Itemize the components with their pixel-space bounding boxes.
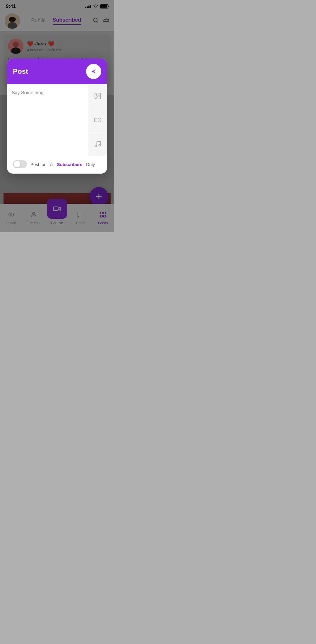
music-upload-button[interactable]: [88, 132, 107, 156]
modal-body: [7, 84, 107, 156]
svg-point-12: [95, 145, 97, 147]
media-buttons: [88, 84, 107, 156]
image-upload-button[interactable]: [88, 84, 107, 108]
star-icon: ☆: [49, 161, 54, 167]
svg-rect-11: [95, 118, 99, 122]
modal-footer: Post for ☆ Subscribers Only: [7, 156, 107, 174]
subscribers-toggle[interactable]: [13, 160, 27, 168]
post-for-label: Post for: [30, 162, 46, 167]
send-button[interactable]: [86, 64, 101, 79]
post-input[interactable]: [12, 90, 84, 149]
video-upload-button[interactable]: [88, 108, 107, 132]
post-modal: Post: [7, 59, 107, 174]
subscribers-label: Subscribers: [57, 162, 83, 167]
only-label: Only: [86, 162, 95, 167]
toggle-knob: [14, 161, 20, 167]
modal-header: Post: [7, 59, 107, 84]
textarea-wrap: [7, 84, 88, 156]
svg-point-10: [96, 95, 97, 95]
modal-title: Post: [13, 67, 28, 76]
